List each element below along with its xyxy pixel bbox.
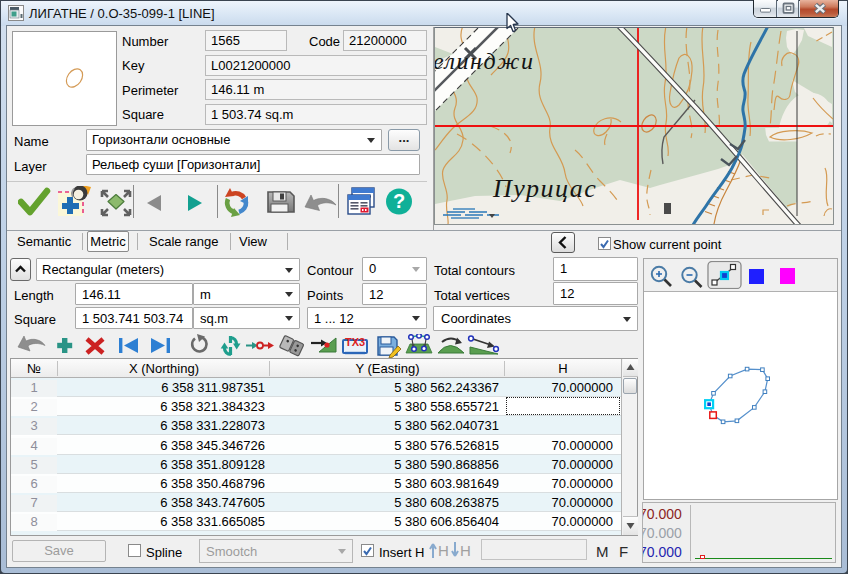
svg-text:?: ? (393, 190, 405, 212)
svg-text:H: H (460, 542, 471, 559)
svg-text:H: H (438, 542, 449, 559)
svg-text:TX3: TX3 (345, 336, 365, 348)
svg-text:елинджи: елинджи (435, 48, 534, 74)
svg-text:Пурицас: Пурицас (492, 174, 597, 203)
